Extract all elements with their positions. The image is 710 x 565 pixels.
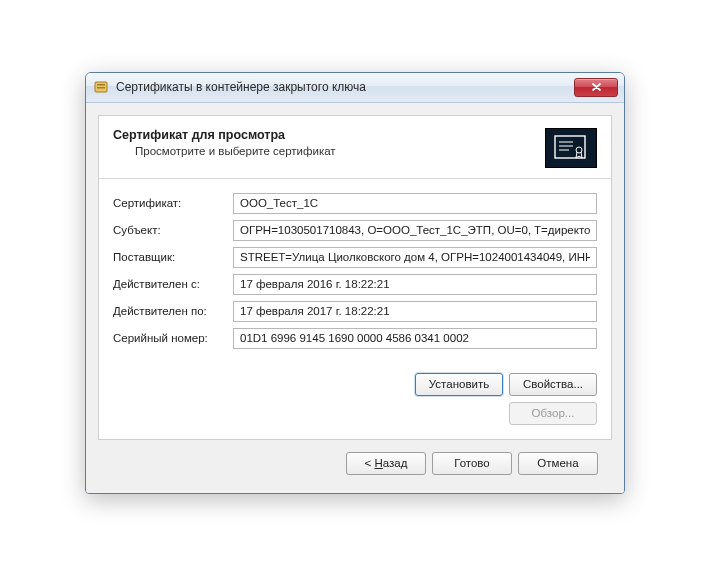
back-button[interactable]: < Назад bbox=[346, 452, 426, 475]
row-serial: Серийный номер: bbox=[113, 328, 597, 349]
row-issuer: Поставщик: bbox=[113, 247, 597, 268]
input-validto[interactable] bbox=[233, 301, 597, 322]
input-certificate[interactable] bbox=[233, 193, 597, 214]
input-issuer[interactable] bbox=[233, 247, 597, 268]
row-validfrom: Действителен с: bbox=[113, 274, 597, 295]
row-subject: Субъект: bbox=[113, 220, 597, 241]
row-certificate: Сертификат: bbox=[113, 193, 597, 214]
cancel-button[interactable]: Отмена bbox=[518, 452, 598, 475]
action-row-1: Установить Свойства... bbox=[99, 365, 611, 398]
svg-rect-2 bbox=[97, 87, 105, 89]
dialog-window: Сертификаты в контейнере закрытого ключа… bbox=[85, 72, 625, 494]
label-validto: Действителен по: bbox=[113, 305, 233, 317]
action-row-2: Обзор... bbox=[99, 398, 611, 439]
form-area: Сертификат: Субъект: Поставщик: Действит… bbox=[99, 179, 611, 365]
label-certificate: Сертификат: bbox=[113, 197, 233, 209]
header-text: Сертификат для просмотра Просмотрите и в… bbox=[113, 128, 545, 157]
window-title: Сертификаты в контейнере закрытого ключа bbox=[116, 80, 574, 94]
row-validto: Действителен по: bbox=[113, 301, 597, 322]
properties-button[interactable]: Свойства... bbox=[509, 373, 597, 396]
label-issuer: Поставщик: bbox=[113, 251, 233, 263]
page-subtitle: Просмотрите и выберите сертификат bbox=[113, 145, 545, 157]
input-serial[interactable] bbox=[233, 328, 597, 349]
app-icon bbox=[94, 79, 110, 95]
browse-button: Обзор... bbox=[509, 402, 597, 425]
label-serial: Серийный номер: bbox=[113, 332, 233, 344]
input-subject[interactable] bbox=[233, 220, 597, 241]
client-area: Сертификат для просмотра Просмотрите и в… bbox=[86, 103, 624, 493]
install-button[interactable]: Установить bbox=[415, 373, 503, 396]
label-subject: Субъект: bbox=[113, 224, 233, 236]
wizard-footer: < Назад Готово Отмена bbox=[98, 440, 612, 479]
svg-rect-1 bbox=[97, 84, 105, 86]
close-icon bbox=[591, 82, 602, 92]
close-button[interactable] bbox=[574, 78, 618, 97]
input-validfrom[interactable] bbox=[233, 274, 597, 295]
finish-button[interactable]: Готово bbox=[432, 452, 512, 475]
label-validfrom: Действителен с: bbox=[113, 278, 233, 290]
page-title: Сертификат для просмотра bbox=[113, 128, 545, 142]
header-section: Сертификат для просмотра Просмотрите и в… bbox=[99, 116, 611, 179]
content-panel: Сертификат для просмотра Просмотрите и в… bbox=[98, 115, 612, 440]
titlebar: Сертификаты в контейнере закрытого ключа bbox=[86, 73, 624, 103]
certificate-icon bbox=[545, 128, 597, 168]
